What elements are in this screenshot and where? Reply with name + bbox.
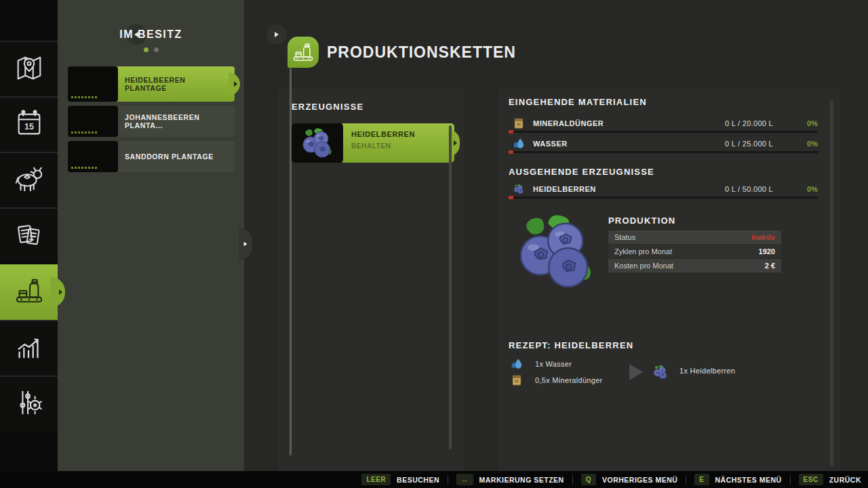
plantation-label: JOHANNESBEEREN PLANTA... — [125, 113, 225, 129]
recipe-input-water: 1x Wasser — [511, 358, 572, 370]
resource-progressbar — [509, 151, 818, 153]
divider — [572, 475, 573, 484]
selected-arrow-icon — [454, 140, 457, 146]
thumbnail-price-text — [71, 131, 97, 134]
blueberry-icon — [652, 365, 669, 380]
list-item-product-0[interactable]: HEIDELBERREN BEHALTEN — [292, 123, 454, 163]
list-item-plantation-0[interactable]: HEIDELBEEREN PLANTAGE — [68, 66, 235, 102]
tab-settings[interactable] — [0, 375, 58, 431]
hotkey-tab: ↔ — [456, 474, 473, 485]
settings-icon — [14, 387, 45, 421]
resource-amount: 0 L / 20.000 L — [725, 119, 773, 127]
page-header: PRODUKTIONSKETTEN — [288, 37, 516, 68]
production-row-label: Status — [614, 233, 635, 241]
production-row-value: 1920 — [759, 247, 775, 256]
page-next-button[interactable] — [267, 24, 287, 45]
list-item-plantation-2[interactable]: SANDDORN PLANTAGE — [68, 141, 235, 172]
svg-text:15: 15 — [24, 122, 34, 131]
hotkey-q: Q — [581, 474, 596, 485]
tab-contracts[interactable] — [0, 207, 58, 263]
chevron-right-icon — [244, 242, 248, 246]
inputs-title: EINGEHENDE MATERIALIEN — [509, 97, 647, 107]
cow-icon — [14, 163, 45, 197]
owned-panel-title: IM BESITZ — [58, 28, 244, 41]
fertilizer-icon — [511, 374, 523, 386]
input-row-mineraldunger: MINERALDÜNGER 0 L / 20.000 L 0% — [509, 117, 818, 131]
recipe-input-text: 0,5x Mineraldünger — [535, 376, 603, 384]
production-icon — [14, 275, 45, 309]
tab-calendar[interactable]: 15 — [0, 96, 58, 152]
resource-amount: 0 L / 25.000 L — [725, 140, 773, 148]
products-panel: ERZEUGNISSE HEIDELBERREN BEHALTEN — [278, 88, 465, 474]
output-row-heidelberren: HEIDELBERREN 0 L / 50.000 L 0% — [509, 182, 818, 197]
hotkey-label-next-menu: NÄCHSTES MENÜ — [715, 476, 782, 484]
production-row-costs: Kosten pro Monat 2 € — [608, 259, 781, 272]
selected-arrow-icon — [234, 81, 237, 87]
hotkey-label-visit: BESUCHEN — [397, 476, 439, 484]
panel-collapse-handle[interactable] — [239, 228, 252, 260]
plantation-label: SANDDORN PLANTAGE — [125, 152, 214, 161]
hotkey-esc: ESC — [799, 474, 823, 485]
tab-map[interactable] — [0, 41, 58, 96]
production-row-value: 2 € — [765, 262, 775, 270]
plantation-thumbnail — [68, 141, 118, 172]
resource-percent: 0% — [807, 119, 818, 127]
blueberries-image — [298, 127, 337, 159]
recipe-input-fertilizer: 0,5x Mineraldünger — [511, 374, 603, 386]
product-mode: BEHALTEN — [351, 142, 454, 150]
pager-dot — [154, 47, 159, 52]
hotkey-label-prev-menu: VORHERIGES MENÜ — [602, 476, 677, 484]
statistics-icon — [14, 331, 45, 365]
fertilizer-icon — [513, 117, 525, 129]
thumbnail-price-text — [71, 167, 97, 169]
input-row-wasser: WASSER 0 L / 25.000 L 0% — [509, 137, 818, 152]
production-row-status: Status Inaktiv — [608, 230, 781, 244]
hotkey-label-back: ZURÜCK — [829, 476, 861, 484]
details-panel: EINGEHENDE MATERIALIEN MINERALDÜNGER 0 L… — [498, 88, 841, 474]
recipe-input-text: 1x Wasser — [535, 360, 572, 368]
divider — [686, 475, 686, 484]
plantation-thumbnail — [68, 66, 118, 102]
list-item-plantation-1[interactable]: JOHANNESBEEREN PLANTA... — [68, 106, 235, 137]
resource-percent: 0% — [807, 140, 818, 148]
production-row-label: Zyklen pro Monat — [614, 247, 672, 256]
tab-production[interactable] — [0, 263, 58, 320]
product-thumbnail — [292, 123, 343, 163]
active-tab-arrow-icon — [59, 289, 62, 295]
calendar-icon: 15 — [14, 108, 45, 142]
water-icon — [511, 358, 523, 370]
recipe-output-text: 1x Heidelberren — [679, 367, 735, 375]
hotkey-bar: LEER BESUCHEN ↔ MARKIERUNG SETZEN Q VORH… — [0, 471, 868, 488]
owned-panel: IM BESITZ HEIDELBEEREN PLANTAGE JOHANNES… — [58, 0, 244, 471]
products-scrollbar[interactable] — [449, 125, 452, 449]
tab-statistics[interactable] — [0, 320, 58, 375]
hotkey-label-set-marker: MARKIERUNG SETZEN — [479, 476, 564, 484]
recipe-output: 1x Heidelberren — [679, 367, 735, 375]
resource-name: HEIDELBERREN — [533, 185, 596, 193]
thumbnail-price-text — [71, 96, 97, 98]
details-scrollbar[interactable] — [830, 100, 833, 466]
hotkey-e: E — [694, 474, 709, 485]
game-screen: 15 — [0, 0, 868, 488]
plantation-label: HEIDELBEEREN PLANTAGE — [125, 76, 225, 92]
page-title: PRODUKTIONSKETTEN — [327, 43, 516, 62]
product-name: HEIDELBERREN — [351, 130, 454, 138]
resource-amount: 0 L / 50.000 L — [725, 185, 773, 193]
production-title: PRODUKTION — [608, 216, 675, 226]
pager-dots — [58, 47, 244, 52]
resource-name: WASSER — [533, 140, 568, 148]
selected-tag-tip — [229, 73, 240, 96]
resource-name: MINERALDÜNGER — [533, 119, 604, 127]
outputs-title: AUSGEHENDE ERZEUGNISSE — [509, 167, 654, 177]
plantation-thumbnail — [68, 106, 118, 137]
products-title: ERZEUGNISSE — [292, 102, 363, 112]
resource-percent: 0% — [807, 185, 818, 193]
map-icon — [14, 52, 45, 86]
resource-progressbar — [509, 197, 818, 199]
hotkey-space: LEER — [361, 474, 391, 485]
pager-dot-active — [144, 47, 149, 52]
main-menu-iconbar: 15 — [0, 0, 58, 488]
recipe-title: REZEPT: HEIDELBERREN — [509, 340, 633, 350]
tab-animals[interactable] — [0, 152, 58, 207]
blueberry-icon — [513, 183, 525, 195]
